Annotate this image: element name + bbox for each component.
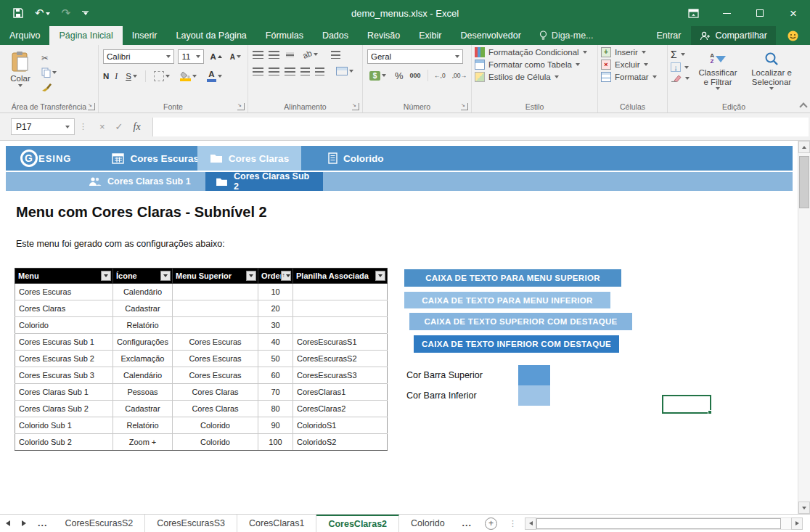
cell-icone[interactable]: Exclamação [113,351,173,367]
tab-revisao[interactable]: Revisão [358,26,409,45]
menu-item-cores-claras[interactable]: Cores Claras [197,146,301,171]
tab-inserir[interactable]: Inserir [123,26,167,45]
cell-planilha[interactable]: ColoridoS1 [293,417,388,434]
formula-input[interactable] [152,118,809,136]
table-row[interactable]: Colorido Sub 2Zoom +Colorido100ColoridoS… [15,434,388,451]
scroll-right-button[interactable] [791,517,803,530]
cell-planilha[interactable] [293,284,388,300]
cell-planilha[interactable] [293,300,388,317]
font-size-combo[interactable]: 11 [178,49,204,64]
scroll-up-button[interactable] [798,141,810,153]
cell-planilha[interactable] [293,317,388,334]
column-header-ordem[interactable]: Ordem↑ [258,269,293,284]
cell-ordem[interactable]: 90 [258,417,293,434]
table-row[interactable]: Cores Escuras Sub 3CalendárioCores Escur… [15,367,388,384]
cell-icone[interactable]: Calendário [113,284,173,300]
align-bottom-icon[interactable] [285,51,295,59]
worksheet[interactable]: G ESING Cores Escuras Cores Claras Color… [0,141,810,514]
number-dialog-launcher-icon[interactable]: ↘ [461,103,468,110]
cell-menu-superior[interactable]: Colorido [173,434,258,451]
textbox-inferior-destaque[interactable]: CAIXA DE TEXTO INFERIOR COM DESTAQUE [414,335,619,353]
find-select-button[interactable]: Localizar e Selecionar [746,48,797,91]
cell-menu-superior[interactable]: Cores Claras [173,384,258,401]
cell-menu-superior[interactable]: Colorido [173,417,258,434]
new-sheet-button[interactable]: + [485,517,497,530]
scroll-down-button[interactable] [798,502,810,514]
table-row[interactable]: Cores ClarasCadastrar20 [15,300,388,317]
cell-ordem[interactable]: 10 [258,284,293,300]
table-row[interactable]: Colorido Sub 1RelatórioColorido90Colorid… [15,417,388,434]
minimize-button[interactable] [710,0,743,26]
fill-button[interactable]: ↓ [671,62,690,72]
sheet-tab-coresescurass3[interactable]: CoresEscurasS3 [145,515,237,532]
cell-planilha[interactable]: CoresEscurasS2 [293,351,388,367]
vertical-scrollbar[interactable] [798,141,810,514]
sheet-tab-coresclaras2[interactable]: CoresClaras2 [316,515,399,532]
swatch-cor-barra-superior[interactable] [518,365,550,385]
undo-button[interactable]: ↶ [35,7,50,20]
table-row[interactable]: Cores Escuras Sub 1ConfiguraçõesCores Es… [15,334,388,351]
submenu-item-cores-claras-sub-1[interactable]: Cores Claras Sub 1 [78,172,201,191]
sign-in-button[interactable]: Entrar [646,30,691,41]
column-header-menu-superior[interactable]: Menu Superior [173,269,258,284]
cell-menu[interactable]: Cores Escuras Sub 2 [15,351,113,367]
save-icon[interactable] [13,8,23,18]
share-button[interactable]: Compartilhar [691,26,776,45]
format-painter-button[interactable] [39,81,59,92]
cell-icone[interactable]: Cadastrar [113,401,173,417]
table-row[interactable]: Cores Escuras Sub 2ExclamaçãoCores Escur… [15,351,388,367]
align-top-icon[interactable] [253,51,263,59]
italic-button[interactable]: I [115,72,118,81]
textbox-superior-destaque[interactable]: CAIXA DE TEXTO SUPERIOR COM DESTAQUE [409,313,632,330]
tab-exibir[interactable]: Exibir [409,26,451,45]
table-row[interactable]: Cores Claras Sub 2CadastrarCores Claras8… [15,401,388,417]
font-name-combo[interactable]: Calibri [103,49,174,64]
horizontal-scroll-track[interactable] [536,517,791,530]
swatch-cor-barra-inferior[interactable] [518,385,550,406]
filter-icon[interactable] [160,271,171,281]
format-cells-button[interactable]: Formatar [601,72,664,82]
increase-decimal-button[interactable]: ←,0 [434,72,446,79]
cell-ordem[interactable]: 40 [258,334,293,351]
cell-planilha[interactable]: CoresEscurasS3 [293,367,388,384]
close-button[interactable]: × [777,0,810,26]
font-color-button[interactable]: A [205,70,224,83]
cell-icone[interactable]: Zoom + [113,434,173,451]
feedback-button[interactable] [776,30,810,41]
tab-desenvolvedor[interactable]: Desenvolvedor [451,26,530,45]
filter-icon[interactable] [375,271,385,281]
insert-cells-button[interactable]: + Inserir [601,47,664,57]
cell-icone[interactable]: Cadastrar [113,300,173,317]
font-dialog-launcher-icon[interactable]: ↘ [237,103,245,110]
table-row[interactable]: ColoridoRelatório30 [15,317,388,334]
cell-menu-superior[interactable] [173,284,258,300]
align-middle-icon[interactable] [269,51,279,59]
formula-bar-grip[interactable]: ⋮ [79,122,88,131]
alignment-dialog-launcher-icon[interactable]: ↘ [352,103,359,110]
format-as-table-button[interactable]: Formatar como Tabela [475,60,594,70]
filter-icon[interactable] [101,271,111,281]
cell-planilha[interactable]: CoresClaras2 [293,401,388,417]
orientation-button[interactable]: ab [300,49,320,60]
ribbon-display-options-button[interactable] [676,0,710,26]
sheet-tab-coresescurass2[interactable]: CoresEscurasS2 [53,515,145,532]
cell-menu[interactable]: Cores Escuras [15,284,113,300]
cell-icone[interactable]: Configurações [113,334,173,351]
cell-menu[interactable]: Cores Claras Sub 1 [15,384,113,401]
wrap-text-icon[interactable] [331,51,340,59]
horizontal-scrollbar[interactable] [525,517,803,530]
cell-menu-superior[interactable]: Cores Escuras [173,334,258,351]
customize-qat-button[interactable] [82,11,89,16]
cell-ordem[interactable]: 70 [258,384,293,401]
submenu-item-cores-claras-sub-2[interactable]: Cores Claras Sub 2 [205,172,323,191]
confirm-entry-icon[interactable]: ✓ [115,121,123,132]
sheet-tab-colorido[interactable]: Colorido [399,515,457,532]
cell-icone[interactable]: Pessoas [113,384,173,401]
align-center-icon[interactable] [269,67,279,75]
cell-menu-superior[interactable]: Cores Claras [173,401,258,417]
sheet-tab-coresclaras1[interactable]: CoresClaras1 [237,515,316,532]
cell-icone[interactable]: Relatório [113,417,173,434]
menu-item-colorido[interactable]: Colorido [318,146,394,171]
grow-font-button[interactable]: A [208,52,224,62]
autosum-button[interactable]: Σ [671,49,690,60]
